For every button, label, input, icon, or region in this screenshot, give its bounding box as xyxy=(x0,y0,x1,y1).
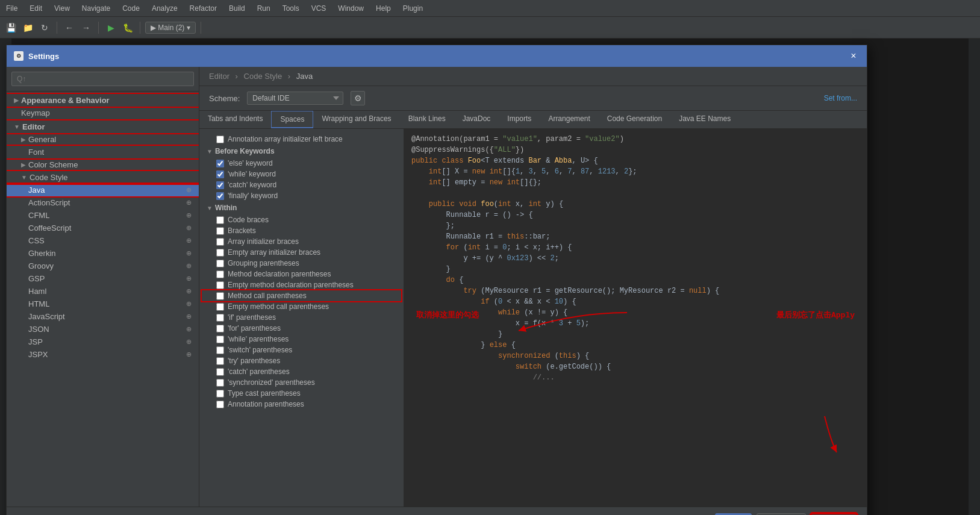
check-finally-checkbox[interactable] xyxy=(216,192,224,200)
menu-edit[interactable]: Edit xyxy=(27,3,45,14)
check-for-parens[interactable]: 'for' parentheses xyxy=(202,323,401,334)
sidebar-item-font[interactable]: Font xyxy=(7,146,199,158)
check-while-keyword[interactable]: 'while' keyword xyxy=(202,169,401,179)
menu-window[interactable]: Window xyxy=(336,3,366,14)
check-empty-array-init-checkbox[interactable] xyxy=(216,249,224,257)
check-try-parens-checkbox[interactable] xyxy=(216,357,224,365)
check-code-braces[interactable]: Code braces xyxy=(202,214,401,225)
sidebar-item-editor[interactable]: ▼ Editor xyxy=(7,120,199,133)
scheme-select[interactable]: Default IDE xyxy=(247,92,343,105)
check-switch-parens-checkbox[interactable] xyxy=(216,346,224,354)
menu-tools[interactable]: Tools xyxy=(280,3,302,14)
check-empty-method-decl-parens-checkbox[interactable] xyxy=(216,281,224,289)
check-annotation-array-checkbox[interactable] xyxy=(216,136,224,143)
scheme-gear-button[interactable]: ⚙ xyxy=(351,91,365,105)
branch-selector[interactable]: ▶ Main (2) ▾ xyxy=(145,22,196,34)
sidebar-item-java[interactable]: Java ⊕ xyxy=(7,184,199,196)
check-else-checkbox[interactable] xyxy=(216,160,224,167)
menu-refactor[interactable]: Refactor xyxy=(187,3,219,14)
check-catch-keyword[interactable]: 'catch' keyword xyxy=(202,179,401,190)
tab-wrapping[interactable]: Wrapping and Braces xyxy=(313,111,399,128)
menu-code[interactable]: Code xyxy=(120,3,142,14)
check-empty-array-init-braces[interactable]: Empty array initializer braces xyxy=(202,247,401,258)
menu-view[interactable]: View xyxy=(52,3,72,14)
check-annotation-array[interactable]: Annotation array initializer left brace xyxy=(202,134,401,145)
sidebar-item-coffeescript[interactable]: CoffeeScript ⊕ xyxy=(7,222,199,234)
sidebar-item-code-style[interactable]: ▼ Code Style xyxy=(7,171,199,184)
open-button[interactable]: 📁 xyxy=(20,20,35,35)
check-grouping-parens-checkbox[interactable] xyxy=(216,260,224,267)
tab-imports[interactable]: Imports xyxy=(499,111,540,128)
sidebar-item-javascript[interactable]: JavaScript ⊕ xyxy=(7,310,199,323)
check-catch-checkbox[interactable] xyxy=(216,181,224,189)
sidebar-item-cfml[interactable]: CFML ⊕ xyxy=(7,209,199,222)
debug-button[interactable]: 🐛 xyxy=(120,20,135,35)
menu-analyze[interactable]: Analyze xyxy=(149,3,180,14)
check-method-call-parens[interactable]: Method call parentheses xyxy=(202,290,401,301)
check-method-call-parens-checkbox[interactable] xyxy=(216,292,224,300)
sidebar-item-css[interactable]: CSS ⊕ xyxy=(7,234,199,247)
tab-spaces[interactable]: Spaces xyxy=(271,111,313,128)
check-type-cast-parens[interactable]: Type cast parentheses xyxy=(202,388,401,399)
menu-help[interactable]: Help xyxy=(373,3,393,14)
check-empty-method-decl-parens[interactable]: Empty method declaration parentheses xyxy=(202,279,401,290)
check-annotation-parens[interactable]: Annotation parentheses xyxy=(202,399,401,410)
sidebar-item-gherkin[interactable]: Gherkin ⊕ xyxy=(7,247,199,260)
check-empty-method-call-parens-checkbox[interactable] xyxy=(216,303,224,311)
check-while-parens-checkbox[interactable] xyxy=(216,336,224,343)
menu-plugin[interactable]: Plugin xyxy=(401,3,425,14)
check-array-init-braces[interactable]: Array initializer braces xyxy=(202,236,401,247)
check-finally-keyword[interactable]: 'finally' keyword xyxy=(202,190,401,201)
save-button[interactable]: 💾 xyxy=(4,20,18,35)
tab-java-ee-names[interactable]: Java EE Names xyxy=(670,111,739,128)
sidebar-item-actionscript[interactable]: ActionScript ⊕ xyxy=(7,196,199,209)
check-method-decl-parens[interactable]: Method declaration parentheses xyxy=(202,269,401,279)
menu-build[interactable]: Build xyxy=(226,3,248,14)
set-from-link[interactable]: Set from... xyxy=(824,94,857,102)
check-brackets-checkbox[interactable] xyxy=(216,227,224,235)
tab-tabs-and-indents[interactable]: Tabs and Indents xyxy=(199,111,271,128)
check-synchronized-parens[interactable]: 'synchronized' parentheses xyxy=(202,377,401,388)
tab-javadoc[interactable]: JavaDoc xyxy=(454,111,499,128)
check-try-parens[interactable]: 'try' parentheses xyxy=(202,355,401,366)
forward-button[interactable]: → xyxy=(79,20,93,35)
sync-button[interactable]: ↻ xyxy=(37,20,52,35)
sidebar-item-groovy[interactable]: Groovy ⊕ xyxy=(7,260,199,272)
check-array-init-checkbox[interactable] xyxy=(216,238,224,246)
back-button[interactable]: ← xyxy=(62,20,76,35)
check-brackets[interactable]: Brackets xyxy=(202,225,401,236)
check-catch-parens-checkbox[interactable] xyxy=(216,368,224,376)
tab-arrangement[interactable]: Arrangement xyxy=(540,111,598,128)
sidebar-item-keymap[interactable]: Keymap xyxy=(7,107,199,119)
dialog-close-button[interactable]: × xyxy=(847,50,860,62)
menu-run[interactable]: Run xyxy=(255,3,273,14)
sidebar-item-color-scheme[interactable]: ▶ Color Scheme xyxy=(7,158,199,171)
check-grouping-parens[interactable]: Grouping parentheses xyxy=(202,258,401,269)
run-button[interactable]: ▶ xyxy=(104,20,118,35)
sidebar-item-general[interactable]: ▶ General xyxy=(7,133,199,146)
sidebar-item-json[interactable]: JSON ⊕ xyxy=(7,323,199,336)
check-synchronized-parens-checkbox[interactable] xyxy=(216,379,224,387)
check-type-cast-parens-checkbox[interactable] xyxy=(216,390,224,398)
sidebar-item-appearance[interactable]: ▶ Appearance & Behavior xyxy=(7,94,199,107)
menu-file[interactable]: File xyxy=(4,3,20,14)
sidebar-item-gsp[interactable]: GSP ⊕ xyxy=(7,272,199,285)
check-while-parens[interactable]: 'while' parentheses xyxy=(202,334,401,345)
check-if-parens-checkbox[interactable] xyxy=(216,314,224,322)
tab-code-generation[interactable]: Code Generation xyxy=(599,111,670,128)
check-for-parens-checkbox[interactable] xyxy=(216,325,224,332)
sidebar-item-jspx[interactable]: JSPX ⊕ xyxy=(7,348,199,361)
check-method-decl-parens-checkbox[interactable] xyxy=(216,270,224,278)
tab-blank-lines[interactable]: Blank Lines xyxy=(400,111,454,128)
section-within[interactable]: ▼ Within xyxy=(202,201,401,214)
check-code-braces-checkbox[interactable] xyxy=(216,216,224,224)
menu-vcs[interactable]: VCS xyxy=(309,3,329,14)
check-else-keyword[interactable]: 'else' keyword xyxy=(202,158,401,169)
sidebar-item-jsp[interactable]: JSP ⊕ xyxy=(7,336,199,348)
check-catch-parens[interactable]: 'catch' parentheses xyxy=(202,366,401,377)
section-before-keywords[interactable]: ▼ Before Keywords xyxy=(202,145,401,158)
search-input[interactable] xyxy=(11,72,194,86)
check-if-parens[interactable]: 'if' parentheses xyxy=(202,312,401,323)
menu-navigate[interactable]: Navigate xyxy=(80,3,113,14)
check-empty-method-call-parens[interactable]: Empty method call parentheses xyxy=(202,301,401,312)
